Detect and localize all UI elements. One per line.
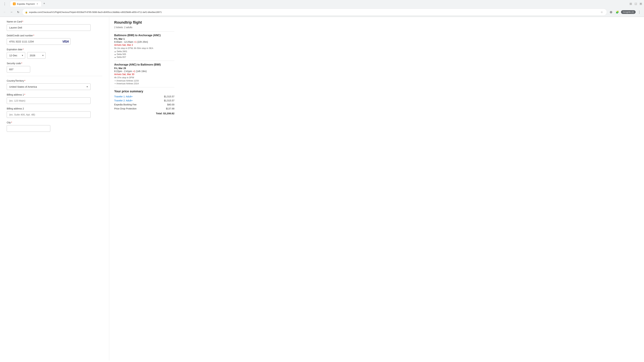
outbound-route: Baltimore (BWI) to Anchorage (ANC): [114, 34, 174, 37]
billing-address2-label: Billing address 2: [7, 107, 102, 110]
return-airline-1: ↗ American Airlines 1233: [114, 79, 174, 82]
security-code-group: Security code*: [7, 62, 102, 72]
country-label: Country/Territory*: [7, 79, 102, 82]
return-arrives: Arrives Sat, Mar 30: [114, 73, 174, 76]
expiry-year-wrapper: 202420252026 2027202820292030 ▼: [27, 52, 46, 59]
traveler1-price-row: Traveler 1: Adult ▾ $1,515.57: [114, 95, 174, 98]
sidebar-divider-2: [114, 61, 174, 61]
visa-logo: VISA: [62, 40, 69, 43]
address-bar[interactable]: 🔒 expedia.com/Checkout/V1/FlightCheckout…: [22, 8, 607, 15]
expiry-date-group: Expiration date* 01-Jan02-Feb03-Mar 04-A…: [7, 48, 102, 59]
city-input[interactable]: [7, 125, 50, 132]
country-select[interactable]: United States of America Canada United K…: [7, 83, 90, 90]
billing-address1-group: Billing address 1*: [7, 93, 102, 104]
outbound-airline-3: ▲ Delta 657: [114, 56, 174, 58]
expiry-row: 01-Jan02-Feb03-Mar 04-Apr05-May06-Jun 07…: [7, 52, 102, 59]
incognito-badge: Incognito (2): [621, 10, 636, 14]
total-row: Total: $3,208.82: [114, 112, 174, 115]
outbound-airline-1: ▲ Delta 2601: [114, 50, 174, 53]
billing-address2-group: Billing address 2: [7, 107, 102, 118]
menu-button[interactable]: ⋮: [636, 9, 642, 15]
booking-fee-row: Expedia Booking Fee $40.00: [114, 103, 174, 106]
traveler1-label[interactable]: Traveler 1: Adult ▾: [114, 95, 132, 98]
traveler1-value: $1,515.57: [164, 95, 174, 98]
return-stop: 4h 37m stop in DFW: [114, 76, 174, 79]
name-on-card-group: Name on Card*: [7, 20, 102, 31]
price-drop-value: $137.68: [166, 107, 174, 110]
traveler2-chevron-icon: ▾: [132, 99, 132, 102]
city-label: City*: [7, 121, 102, 124]
new-tab-button[interactable]: +: [42, 1, 46, 6]
traveler1-chevron-icon: ▾: [132, 95, 132, 98]
profile-menu-button[interactable]: ⊕: [608, 9, 614, 15]
maximize-button[interactable]: ⬜: [634, 3, 637, 5]
billing-address1-label: Billing address 1*: [7, 93, 102, 96]
window-controls: ⋮: [2, 1, 8, 6]
traveler2-label[interactable]: Traveler 2: Adult ▾: [114, 99, 132, 102]
aa-icon-2: ↗: [114, 82, 116, 85]
tab-close-button[interactable]: ✕: [36, 2, 39, 5]
expedia-favicon: E: [13, 2, 16, 5]
billing-address2-input[interactable]: [7, 111, 90, 118]
forward-button[interactable]: →: [9, 9, 14, 15]
traveler2-value: $1,515.57: [164, 99, 174, 102]
lock-icon: 🔒: [25, 11, 28, 13]
booking-fee-value: $40.00: [167, 103, 174, 106]
return-flight-section: Anchorage (ANC) to Baltimore (BWI) Fri, …: [114, 63, 174, 85]
card-number-label: Debit/Credit card number*: [7, 34, 102, 37]
outbound-date: Fri, Mar 1: [114, 37, 174, 40]
country-group: Country/Territory* United States of Amer…: [7, 79, 102, 90]
back-button[interactable]: ←: [2, 9, 8, 15]
url-text: expedia.com/Checkout/V1/FlightCheckout?t…: [29, 11, 598, 13]
profile-icon[interactable]: ⋮: [2, 1, 8, 6]
billing-address1-input[interactable]: [7, 97, 90, 104]
window-action-controls: — ⬜ ✕: [630, 3, 642, 5]
card-number-group: Debit/Credit card number* VISA: [7, 34, 102, 45]
outbound-stop: 5h 2m stop in DTW, 6h 50m stop in SEA: [114, 47, 174, 49]
delta-triangle-1: ▲: [114, 50, 116, 52]
return-airline-2: ↗ American Airlines 2314: [114, 82, 174, 85]
booking-fee-label: Expedia Booking Fee: [114, 103, 136, 106]
price-drop-label: Price Drop Protection: [114, 107, 136, 110]
outbound-flight-section: Baltimore (BWI) to Anchorage (ANC) Fri, …: [114, 34, 174, 58]
main-content: Name on Card* Debit/Credit card number* …: [0, 17, 109, 361]
price-drop-row: Price Drop Protection $137.68: [114, 107, 174, 110]
traveler2-price-row: Traveler 2: Adult ▾ $1,515.57: [114, 99, 174, 102]
outbound-airline-2: ▲ Delta 505: [114, 53, 174, 55]
return-date: Fri, Mar 29: [114, 67, 174, 69]
expiry-year-select[interactable]: 202420252026 2027202820292030: [27, 52, 46, 59]
form-divider: [7, 76, 102, 76]
sidebar-subtitle: 2 tickets: 2 adults: [114, 26, 174, 29]
delta-triangle-3: ▲: [114, 56, 116, 58]
bookmark-icon[interactable]: ☆: [600, 10, 604, 14]
close-button[interactable]: ✕: [640, 3, 642, 5]
active-tab[interactable]: E Expedia: Payment ✕: [10, 1, 42, 6]
page-container: Name on Card* Debit/Credit card number* …: [0, 17, 644, 361]
return-time: 8:22pm - 2:41pm +1 (14h 19m): [114, 70, 174, 72]
expiry-month-select[interactable]: 01-Jan02-Feb03-Mar 04-Apr05-May06-Jun 07…: [7, 52, 25, 59]
country-select-wrapper: United States of America Canada United K…: [7, 83, 90, 90]
toolbar-right: ⊕ 🧩 Incognito (2) ⋮: [608, 9, 642, 15]
name-on-card-input[interactable]: [7, 24, 90, 31]
reload-button[interactable]: ↻: [16, 9, 21, 15]
expiry-label: Expiration date*: [7, 48, 102, 51]
price-summary-title: Your price summary: [114, 90, 174, 93]
sidebar-divider-1: [114, 31, 174, 31]
tab-bar: E Expedia: Payment ✕ +: [9, 1, 628, 6]
sidebar-title: Roundtrip flight: [114, 20, 174, 25]
name-on-card-label: Name on Card*: [7, 20, 102, 23]
security-code-input[interactable]: [7, 66, 30, 72]
browser-chrome: ⋮ E Expedia: Payment ✕ + — ⬜ ✕ ← → ↻ 🔒 e…: [0, 0, 644, 17]
minimize-button[interactable]: —: [630, 3, 632, 5]
sidebar-divider-3: [114, 87, 174, 87]
tab-title: Expedia: Payment: [17, 3, 35, 5]
outbound-arrives: Arrives Sat, Mar 2: [114, 43, 174, 46]
aa-icon-1: ↗: [114, 79, 116, 82]
card-number-input[interactable]: [7, 38, 70, 45]
return-route: Anchorage (ANC) to Baltimore (BWI): [114, 63, 174, 66]
outbound-time: 6:00am - 12:25am +1 (22h 25m): [114, 40, 174, 43]
delta-triangle-2: ▲: [114, 53, 116, 55]
expiry-month-wrapper: 01-Jan02-Feb03-Mar 04-Apr05-May06-Jun 07…: [7, 52, 25, 59]
browser-titlebar: ⋮ E Expedia: Payment ✕ + — ⬜ ✕: [0, 0, 644, 7]
extensions-button[interactable]: 🧩: [615, 9, 620, 15]
